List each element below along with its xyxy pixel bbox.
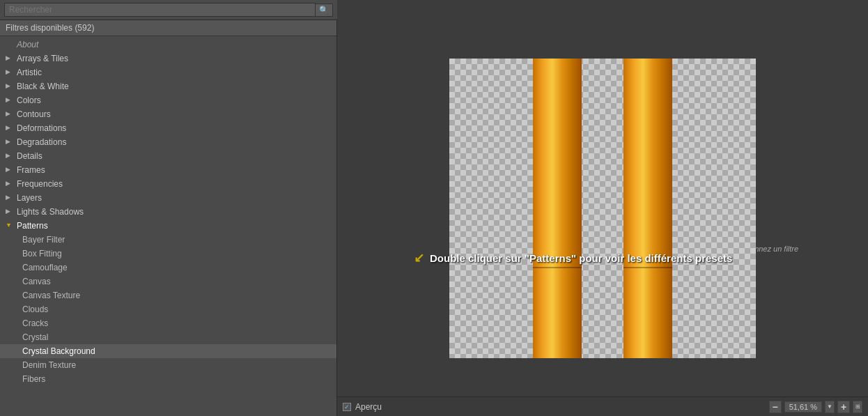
- arrow-icon: ▶: [6, 68, 14, 77]
- tooltip-arrow-icon: ↙: [414, 250, 424, 265]
- zoom-section: − 51,61 % ▼ + ⊞: [769, 401, 862, 413]
- arrow-icon: ▶: [6, 96, 14, 105]
- sub-box-fitting[interactable]: Box Fitting: [0, 247, 336, 261]
- category-contours[interactable]: ▶ Contours: [0, 107, 336, 121]
- tooltip-overlay: ↙ Double cliquer sur "Patterns" pour voi…: [414, 250, 732, 265]
- sub-canvas[interactable]: Canvas: [0, 275, 336, 288]
- sub-canvas-texture[interactable]: Canvas Texture: [0, 288, 336, 302]
- apercu-section: ✓ Aperçu: [343, 402, 382, 412]
- tooltip-text: Double cliquer sur "Patterns" pour voir …: [430, 252, 732, 264]
- category-deformations[interactable]: ▶ Deformations: [0, 121, 336, 135]
- sub-denim-texture[interactable]: Denim Texture: [0, 358, 336, 372]
- category-degradations[interactable]: ▶ Degradations: [0, 135, 336, 149]
- sub-cracks[interactable]: Cracks: [0, 316, 336, 330]
- category-artistic[interactable]: ▶ Artistic: [0, 66, 336, 79]
- fit-button[interactable]: ⊞: [853, 401, 862, 413]
- arrow-icon: ▶: [6, 180, 14, 188]
- arrow-icon: ▶: [6, 54, 14, 63]
- zoom-value: 51,61 %: [784, 401, 822, 413]
- arrow-icon: ▶: [6, 208, 14, 216]
- arrow-icon: ▶: [6, 152, 14, 160]
- sub-clouds[interactable]: Clouds: [0, 302, 336, 316]
- arrow-down-icon: ▼: [6, 222, 14, 230]
- bottom-bar: ✓ Aperçu − 51,61 % ▼ + ⊞: [337, 396, 868, 416]
- zoom-minus-button[interactable]: −: [769, 401, 782, 413]
- category-details[interactable]: ▶ Details: [0, 149, 336, 163]
- apercu-label: Aperçu: [355, 402, 382, 412]
- right-panel: Sélectionnez un filtre ↙ Double cliquer …: [337, 20, 868, 416]
- filters-header: Filtres disponibles (592): [0, 20, 336, 36]
- category-frames[interactable]: ▶ Frames: [0, 163, 336, 177]
- zoom-plus-button[interactable]: +: [837, 401, 850, 413]
- arrow-icon: ▶: [6, 82, 14, 91]
- arrow-icon: ▶: [6, 110, 14, 118]
- category-patterns[interactable]: ▼ Patterns: [0, 219, 336, 233]
- sub-fibers[interactable]: Fibers: [0, 372, 336, 386]
- filter-list: About ▶ Arrays & Tiles ▶ Artistic ▶ Blac…: [0, 36, 336, 416]
- zoom-dropdown-arrow[interactable]: ▼: [825, 401, 835, 413]
- sub-camouflage[interactable]: Camouflage: [0, 261, 336, 275]
- sub-crystal-background[interactable]: Crystal Background: [0, 344, 336, 358]
- category-frequencies[interactable]: ▶ Frequencies: [0, 177, 336, 191]
- search-button[interactable]: 🔍: [316, 3, 333, 17]
- arrow-icon: ▶: [6, 124, 14, 132]
- preview-canvas: [449, 59, 756, 358]
- sub-crystal[interactable]: Crystal: [0, 330, 336, 344]
- category-lights-shadows[interactable]: ▶ Lights & Shadows: [0, 205, 336, 219]
- sub-bayer-filter[interactable]: Bayer Filter: [0, 233, 336, 247]
- main-layout: Filtres disponibles (592) About ▶ Arrays…: [0, 20, 868, 416]
- columns-overlay: [449, 59, 756, 358]
- checker-background: [449, 59, 756, 358]
- category-arrays-tiles[interactable]: ▶ Arrays & Tiles: [0, 52, 336, 66]
- about-item[interactable]: About: [0, 38, 336, 52]
- category-black-white[interactable]: ▶ Black & White: [0, 79, 336, 93]
- arrow-icon: ▶: [6, 194, 14, 202]
- orange-column-right: [623, 59, 672, 358]
- arrow-icon: ▶: [6, 166, 14, 174]
- arrow-icon: ▶: [6, 138, 14, 146]
- preview-area: [337, 20, 868, 396]
- search-input[interactable]: [4, 3, 316, 17]
- search-bar: 🔍: [0, 0, 337, 20]
- category-layers[interactable]: ▶ Layers: [0, 191, 336, 205]
- orange-column-left: [533, 59, 582, 358]
- category-colors[interactable]: ▶ Colors: [0, 93, 336, 107]
- left-panel: Filtres disponibles (592) About ▶ Arrays…: [0, 20, 337, 416]
- apercu-checkbox[interactable]: ✓: [343, 403, 351, 411]
